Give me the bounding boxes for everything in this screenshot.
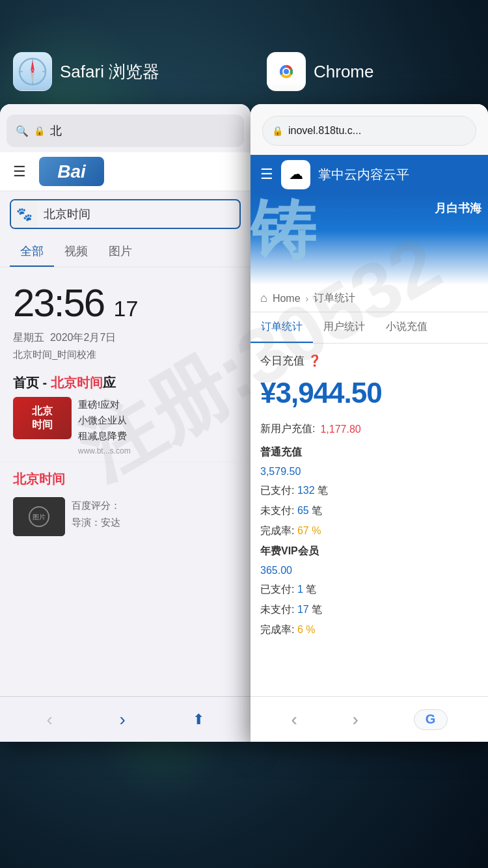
section1-title: 普通充值 [251,442,488,463]
chrome-site-title: 掌中云内容云平 [318,166,478,183]
chrome-url-text: inovel.818tu.c... [288,125,361,137]
safari-search-tabs: 全部 视频 图片 [0,237,251,267]
chrome-app-label[interactable]: Chrome [251,39,488,104]
safari-bottom-nav: ‹ › ⬆ [0,696,251,742]
safari-search-box[interactable]: 🐾 北京时间 [10,199,241,229]
safari-share-btn[interactable]: ⬆ [193,711,204,728]
chrome-card-inner: 🔒 inovel.818tu.c... ☰ ☁ 掌中云内容云平 铸 [251,104,488,742]
chrome-nav-bar: ☰ ☁ 掌中云内容云平 [251,155,488,194]
new-user-recharge-row: 新用户充值: 1,177.80 [251,419,488,442]
safari-app-name: Safari 浏览器 [60,61,159,83]
cloud-icon: ☁ [281,160,310,189]
news-sub-1: 重磅!应对 [78,397,237,413]
chrome-breadcrumb: ⌂ Home › 订单统计 [251,285,488,312]
new-user-label: 新用户充值: [260,422,315,436]
chrome-hero-area: 铸 月白书海 [251,194,488,285]
chrome-lock-icon: 🔒 [272,126,283,136]
time-clock: 23:56 [13,281,104,325]
section2-paid: 已支付: 1 笔 [251,580,488,600]
new-user-amount: 1,177.80 [320,424,360,435]
chrome-app-icon [267,52,306,91]
safari-forward-btn[interactable]: › [120,709,126,730]
subtitle-text: 月白书海 [435,200,481,216]
breadcrumb-home: Home [273,293,301,305]
safari-lock-icon: 🔒 [34,126,45,136]
app-labels-row: Safari 浏览器 [0,39,488,104]
section2-title: 年费VIP会员 [251,541,488,562]
chrome-url-bar-wrapper: 🔒 inovel.818tu.c... [251,104,488,155]
svg-point-1 [31,70,34,73]
movie-item[interactable]: 图片 百度评分： 导演：安达 [0,492,251,541]
calibrate-label: 北京时间_时间校准 [0,347,251,368]
recharge-section-title: 今日充值 ❓ [251,344,488,373]
safari-search-text: 北京时间 [37,206,239,222]
chrome-hamburger-icon[interactable]: ☰ [260,166,273,183]
stats-tab-novel[interactable]: 小说充值 [375,312,438,343]
chrome-url-bar[interactable]: 🔒 inovel.818tu.c... [262,116,476,146]
breadcrumb-separator: › [306,293,309,304]
movie-info-1: 百度评分： [72,497,237,514]
chrome-card[interactable]: 🔒 inovel.818tu.c... ☰ ☁ 掌中云内容云平 铸 [251,104,488,755]
section1-amount: 3,579.50 [251,463,488,481]
safari-url-bar[interactable]: 🔍 🔒 北 [7,115,244,147]
safari-url-text: 北 [50,123,62,139]
safari-card-inner: 🔍 🔒 北 ☰ Bai 🐾 北京时间 全部 [0,104,251,742]
novel-logo-swirl: 铸 [251,194,374,285]
movie-info-2: 导演：安达 [72,514,237,531]
section-vip-recharge: 年费VIP会员 365.00 已支付: 1 笔 未支付: 17 笔 完成率: [251,541,488,640]
home-icon: ⌂ [260,292,267,305]
svg-point-12 [284,69,289,74]
main-recharge-amount: ¥3,944.50 [251,373,488,419]
news-title-1: 首页 - 北京时间应 [13,374,237,392]
section1-paid: 已支付: 132 笔 [251,481,488,501]
svg-text:铸: 铸 [251,195,316,267]
time-day: 17 [114,296,139,321]
safari-url-bar-wrapper: 🔍 🔒 北 [0,104,251,147]
chrome-app-name: Chrome [314,62,373,82]
safari-app-label[interactable]: Safari 浏览器 [0,39,251,104]
breadcrumb-page: 订单统计 [314,292,355,305]
tab-all[interactable]: 全部 [10,237,54,267]
date-weekday-year: 星期五 2020年2月7日 [0,329,251,347]
app-switcher: Safari 浏览器 [0,0,488,868]
time-display: 23:56 17 [0,267,251,329]
news-sub-items: 重磅!应对 小微企业从 租减息降费 www.bt...s.com [78,397,237,455]
news-sub-3: 租减息降费 [78,428,237,444]
section2-amount: 365.00 [251,562,488,580]
tab-video[interactable]: 视频 [54,237,98,267]
google-logo-btn[interactable]: G [414,709,448,730]
safari-search-icon: 🔍 [16,125,29,137]
safari-hamburger-icon[interactable]: ☰ [13,163,26,180]
btime-url: www.bt...s.com [78,446,237,455]
section1-unpaid: 未支付: 65 笔 [251,501,488,521]
stats-tab-orders[interactable]: 订单统计 [251,312,313,343]
chrome-forward-btn[interactable]: › [353,709,359,730]
baidu-logo: Bai [39,157,104,186]
safari-card[interactable]: 🔍 🔒 北 ☰ Bai 🐾 北京时间 全部 [0,104,251,755]
beijing-time-section: 北京时间 [0,463,251,492]
news-sub-2: 小微企业从 [78,413,237,428]
chrome-bottom-nav: ‹ › G [251,696,488,742]
safari-nav-bar: ☰ Bai [0,152,251,191]
news-item-1[interactable]: 首页 - 北京时间应 北京时间 重磅!应对 小微企业从 租减息降费 www.bt… [0,368,251,463]
tab-image[interactable]: 图片 [98,237,142,267]
chrome-back-btn[interactable]: ‹ [291,709,297,730]
stats-tab-users[interactable]: 用户统计 [313,312,375,343]
section1-completion: 完成率: 67 % [251,521,488,541]
section2-completion: 完成率: 6 % [251,620,488,640]
beijing-time-title: 北京时间 [13,470,237,488]
baidu-paw-icon: 🐾 [11,200,37,228]
movie-info: 百度评分： 导演：安达 [72,497,237,536]
news-thumbnail: 北京时间 [13,397,72,439]
cloud-symbol: ☁ [289,166,303,183]
movie-thumbnail: 图片 [13,497,65,536]
safari-back-btn[interactable]: ‹ [46,709,52,730]
section-regular-recharge: 普通充值 3,579.50 已支付: 132 笔 未支付: 65 笔 完成率: [251,442,488,541]
baidu-logo-text: Bai [57,161,86,182]
safari-app-icon [13,52,52,91]
chrome-stats-tabs: 订单统计 用户统计 小说充值 [251,312,488,344]
section2-unpaid: 未支付: 17 笔 [251,600,488,620]
news-thumb-text: 北京时间 [32,405,53,432]
news-thumb-row: 北京时间 重磅!应对 小微企业从 租减息降费 www.bt...s.com [13,397,237,455]
svg-text:图片: 图片 [33,513,46,521]
